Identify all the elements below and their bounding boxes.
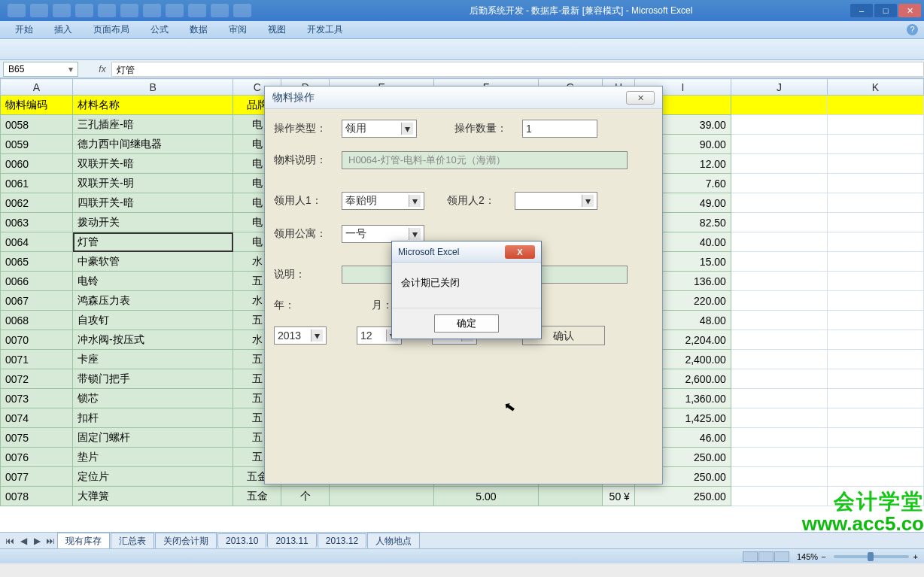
qat-item[interactable] — [98, 4, 116, 17]
qat-item[interactable] — [75, 4, 93, 17]
empty-cell[interactable] — [731, 213, 827, 232]
msgbox-titlebar[interactable]: Microsoft Excel X — [392, 241, 541, 263]
cell[interactable]: 0064 — [1, 232, 73, 252]
zoom-out-icon[interactable]: − — [821, 552, 825, 561]
qat-item[interactable] — [233, 4, 251, 17]
empty-cell[interactable] — [827, 115, 923, 135]
empty-cell[interactable] — [827, 428, 923, 448]
cell[interactable]: 0070 — [1, 330, 73, 350]
empty-cell[interactable] — [731, 232, 827, 252]
empty-cell[interactable] — [827, 448, 923, 467]
sheet-tab[interactable]: 汇总表 — [111, 533, 154, 549]
empty-cell[interactable] — [731, 252, 827, 272]
ribbon-tab[interactable]: 页面布局 — [83, 21, 140, 38]
cell[interactable]: 0077 — [1, 467, 73, 487]
ribbon-tab[interactable]: 数据 — [179, 21, 218, 38]
cell[interactable]: 0059 — [1, 135, 73, 154]
cell[interactable]: 垫片 — [73, 448, 233, 467]
close-icon[interactable]: ✕ — [626, 91, 655, 105]
pagebreak-view-icon[interactable] — [774, 551, 789, 562]
cell[interactable]: 0061 — [1, 174, 73, 193]
cell[interactable]: 五金 — [233, 487, 281, 506]
cell[interactable]: 0058 — [1, 115, 73, 135]
empty-cell[interactable] — [731, 193, 827, 213]
cell[interactable]: 个 — [281, 487, 330, 506]
cell[interactable]: 自攻钉 — [73, 311, 233, 330]
empty-cell[interactable] — [827, 330, 923, 350]
cell[interactable]: 定位片 — [73, 467, 233, 487]
ribbon-tab[interactable]: 插入 — [44, 21, 83, 38]
empty-cell[interactable] — [827, 96, 923, 115]
cell[interactable]: 0072 — [1, 369, 73, 389]
zoom-slider[interactable] — [834, 555, 909, 558]
empty-cell[interactable] — [827, 467, 923, 487]
cell[interactable]: 鸿森压力表 — [73, 291, 233, 311]
person2-combo[interactable]: ▾ — [515, 192, 597, 210]
empty-cell[interactable] — [827, 389, 923, 408]
empty-cell[interactable] — [731, 330, 827, 350]
empty-cell[interactable] — [731, 154, 827, 174]
cell[interactable]: 0071 — [1, 350, 73, 369]
ribbon-tab[interactable]: 开始 — [5, 21, 44, 38]
empty-cell[interactable] — [731, 311, 827, 330]
col-header[interactable]: A — [1, 79, 73, 96]
op-type-combo[interactable]: 领用▾ — [342, 120, 417, 138]
close-button[interactable]: ✕ — [898, 4, 921, 17]
cell[interactable]: 5.00 — [434, 487, 539, 506]
cell[interactable]: 0065 — [1, 252, 73, 272]
empty-cell[interactable] — [827, 291, 923, 311]
empty-cell[interactable] — [827, 369, 923, 389]
qat-item[interactable] — [8, 4, 26, 17]
empty-cell[interactable] — [731, 428, 827, 448]
dialog-titlebar[interactable]: 物料操作 ✕ — [265, 87, 662, 109]
empty-cell[interactable] — [827, 174, 923, 193]
cell[interactable]: 0063 — [1, 213, 73, 232]
qat-item[interactable] — [143, 4, 161, 17]
empty-cell[interactable] — [827, 252, 923, 272]
empty-cell[interactable] — [827, 350, 923, 369]
normal-view-icon[interactable] — [743, 551, 758, 562]
header-cell[interactable]: 物料编码 — [1, 96, 73, 115]
empty-cell[interactable] — [731, 448, 827, 467]
cell[interactable]: 双联开关-暗 — [73, 154, 233, 174]
zoom-thumb[interactable] — [868, 552, 874, 561]
cell[interactable]: 大弹簧 — [73, 487, 233, 506]
empty-cell[interactable] — [731, 389, 827, 408]
pagelayout-view-icon[interactable] — [758, 551, 774, 562]
empty-cell[interactable] — [827, 135, 923, 154]
empty-cell[interactable] — [731, 291, 827, 311]
empty-cell[interactable] — [731, 96, 827, 115]
help-icon[interactable]: ? — [907, 24, 918, 35]
cell[interactable]: 50 ¥ — [603, 487, 635, 506]
qat-item[interactable] — [211, 4, 229, 17]
cell[interactable]: 0060 — [1, 154, 73, 174]
empty-cell[interactable] — [827, 272, 923, 291]
cell[interactable] — [538, 487, 602, 506]
empty-cell[interactable] — [731, 115, 827, 135]
cell[interactable]: 锁芯 — [73, 389, 233, 408]
cell[interactable]: 0073 — [1, 389, 73, 408]
cell[interactable]: 0068 — [1, 311, 73, 330]
empty-cell[interactable] — [731, 135, 827, 154]
empty-cell[interactable] — [731, 467, 827, 487]
last-tab-icon[interactable]: ⏭ — [44, 536, 57, 546]
first-tab-icon[interactable]: ⏮ — [3, 536, 17, 546]
close-icon[interactable]: X — [505, 245, 535, 259]
empty-cell[interactable] — [827, 232, 923, 252]
cell[interactable]: 0076 — [1, 448, 73, 467]
ok-button[interactable]: 确定 — [434, 314, 499, 333]
fx-icon[interactable]: fx — [93, 64, 111, 74]
cell[interactable]: 0067 — [1, 291, 73, 311]
person1-combo[interactable]: 奉贻明▾ — [342, 192, 424, 210]
empty-cell[interactable] — [731, 369, 827, 389]
empty-cell[interactable] — [731, 272, 827, 291]
ribbon-tab[interactable]: 开发工具 — [296, 21, 354, 38]
empty-cell[interactable] — [731, 408, 827, 428]
cell[interactable]: 卡座 — [73, 350, 233, 369]
formula-input[interactable]: 灯管 — [111, 62, 924, 77]
ribbon-tab[interactable]: 公式 — [140, 21, 179, 38]
cell[interactable]: 拨动开关 — [73, 213, 233, 232]
empty-cell[interactable] — [827, 213, 923, 232]
chevron-down-icon[interactable]: ▾ — [68, 64, 73, 74]
cell[interactable]: 灯管 — [73, 232, 233, 252]
